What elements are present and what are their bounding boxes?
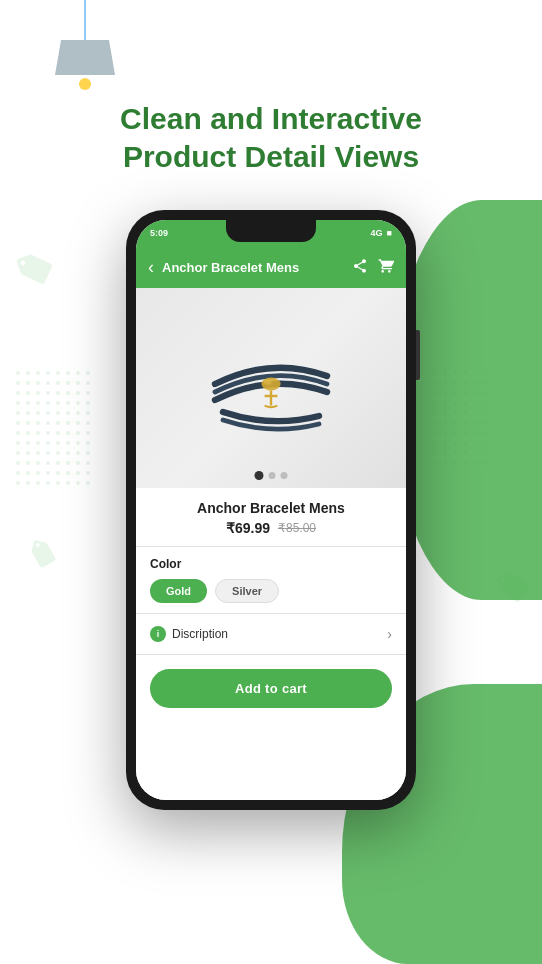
phone-outer-shell: 5:09 4G ■ ‹ Anchor Bracelet Mens: [126, 210, 416, 810]
color-options: Gold Silver: [150, 579, 392, 603]
chevron-right-icon: ›: [387, 626, 392, 642]
add-to-cart-button[interactable]: Add to cart: [150, 669, 392, 708]
cart-icon[interactable]: [378, 258, 394, 277]
color-option-gold[interactable]: Gold: [150, 579, 207, 603]
status-time: 5:09: [150, 228, 168, 238]
color-label: Color: [150, 557, 392, 571]
phone-device: 5:09 4G ■ ‹ Anchor Bracelet Mens: [126, 210, 416, 810]
navigation-bar: ‹ Anchor Bracelet Mens: [136, 246, 406, 288]
svg-rect-3: [432, 370, 492, 470]
header-line1: Clean and Interactive: [120, 102, 422, 135]
back-button[interactable]: ‹: [148, 257, 154, 278]
divider-3: [136, 654, 406, 655]
svg-point-4: [261, 378, 280, 391]
product-image-container: [136, 288, 406, 488]
bracelet-illustration: [191, 323, 351, 453]
price-row: ₹69.99 ₹85.00: [150, 520, 392, 536]
header-line2: Product Detail Views: [123, 140, 419, 173]
carousel-dot-2[interactable]: [269, 472, 276, 479]
phone-screen: 5:09 4G ■ ‹ Anchor Bracelet Mens: [136, 220, 406, 800]
dot-pattern-left: [15, 370, 95, 494]
current-price: ₹69.99: [226, 520, 270, 536]
header-text: Clean and Interactive Product Detail Vie…: [0, 100, 542, 175]
status-right-icons: 4G ■: [371, 228, 392, 238]
nav-title: Anchor Bracelet Mens: [162, 260, 344, 275]
lamp-decoration: [55, 0, 115, 90]
status-battery: ■: [387, 228, 392, 238]
nav-action-icons: [352, 258, 394, 277]
color-section: Color Gold Silver: [150, 547, 392, 613]
share-icon[interactable]: [352, 258, 368, 277]
info-icon: i: [150, 626, 166, 642]
product-image: [136, 288, 406, 488]
phone-power-button: [416, 330, 420, 380]
svg-point-7: [264, 380, 272, 385]
original-price: ₹85.00: [278, 521, 316, 535]
status-signal: 4G: [371, 228, 383, 238]
carousel-dots: [255, 471, 288, 480]
deco-tag-3: [494, 567, 535, 611]
product-name: Anchor Bracelet Mens: [150, 500, 392, 516]
description-left: i Discription: [150, 626, 228, 642]
color-option-silver[interactable]: Silver: [215, 579, 279, 603]
phone-notch: [226, 220, 316, 242]
description-row[interactable]: i Discription ›: [150, 614, 392, 654]
carousel-dot-3[interactable]: [281, 472, 288, 479]
svg-rect-1: [15, 370, 95, 490]
product-info-section: Anchor Bracelet Mens ₹69.99 ₹85.00 Color…: [136, 488, 406, 800]
dot-pattern-right: [432, 370, 492, 474]
carousel-dot-1[interactable]: [255, 471, 264, 480]
description-label: Discription: [172, 627, 228, 641]
